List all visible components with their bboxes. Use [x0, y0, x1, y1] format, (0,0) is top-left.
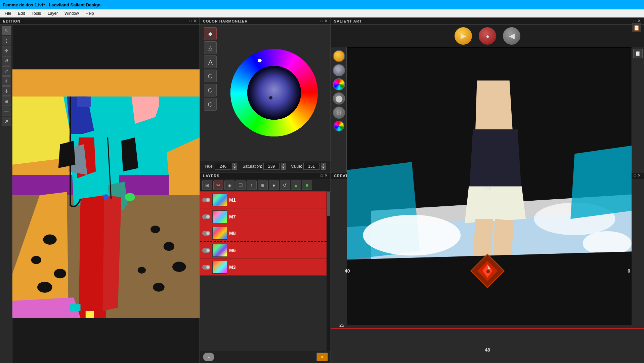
svg-marker-13 [79, 195, 106, 318]
layers-list: M1 M7 M8 [200, 192, 327, 351]
harmony-buttons: ◆ △ ⋀ ⬡ ⬡ ⬡ [203, 27, 218, 158]
svg-point-31 [172, 262, 186, 272]
val-down[interactable]: ▼ [321, 166, 326, 170]
layer-tool-effect[interactable]: ⊕ [258, 180, 268, 190]
layers-new-btn[interactable]: ⬥ [203, 353, 214, 361]
saturation-input[interactable] [263, 163, 280, 170]
layer-tool-blend[interactable]: ● [269, 180, 279, 190]
layer-name-m7: M7 [229, 214, 325, 219]
menu-file[interactable]: File [1, 10, 14, 16]
salient-stop-btn[interactable]: ⬥ [479, 27, 496, 45]
edition-controls[interactable]: □ ✕ [189, 19, 197, 23]
cc-diamond[interactable] [467, 251, 508, 291]
layers-delete-btn[interactable]: ■ [316, 353, 328, 361]
sat-up[interactable]: ▲ [281, 163, 286, 166]
val-up[interactable]: ▲ [321, 163, 326, 166]
layer-tool-add[interactable]: ⊞ [202, 180, 212, 190]
harmony-btn-1[interactable]: ◆ [204, 27, 217, 40]
value-input[interactable] [303, 163, 319, 170]
menu-edit[interactable]: Edit [14, 10, 28, 16]
artwork-canvas[interactable] [12, 25, 200, 363]
creative-controller-controls[interactable]: □ ✕ [634, 173, 641, 178]
layer-tool-merge[interactable]: ◈ [224, 180, 234, 190]
tool-arrow[interactable]: ↗ [2, 117, 11, 126]
layer-row-m3[interactable]: M3 [200, 259, 327, 276]
harmony-btn-5[interactable]: ⬡ [204, 84, 217, 96]
layers-header: Layers □ ✕ [200, 172, 331, 179]
layer-tool-up[interactable]: ↑ [247, 180, 257, 190]
tool-line[interactable]: — [2, 107, 11, 116]
layer-row-m6[interactable]: M6 [200, 242, 327, 259]
layer-tool-rotate[interactable]: ↺ [280, 180, 290, 190]
hue-spinners: ▲ ▼ [232, 163, 237, 170]
salient-color-tool[interactable] [333, 78, 345, 90]
cc-bottom-label: 48 [485, 347, 490, 353]
harmony-btn-4[interactable]: ⬡ [204, 70, 217, 82]
layers-controls[interactable]: □ ✕ [320, 173, 328, 178]
salient-file-btn[interactable]: 📋 [632, 23, 641, 32]
layer-visibility-m6[interactable] [202, 248, 210, 253]
salient-right-btn-1[interactable]: 📋 [633, 49, 643, 58]
layer-tool-copy[interactable]: ☐ [235, 180, 246, 190]
layer-row-m8[interactable]: M8 [200, 225, 327, 242]
hue-down[interactable]: ▼ [232, 166, 237, 170]
hue-label: Hue: [205, 164, 214, 169]
saturation-label: Saturation: [243, 164, 262, 169]
menu-tools[interactable]: Tools [28, 10, 44, 16]
svg-rect-24 [70, 304, 80, 311]
menu-bar: File Edit Tools Layer Window Help [0, 9, 644, 17]
canvas-area[interactable] [12, 25, 200, 363]
sat-down[interactable]: ▼ [281, 166, 286, 170]
layer-tool-add-green[interactable]: ■ [302, 180, 312, 190]
menu-layer[interactable]: Layer [44, 10, 61, 16]
salient-gray-tool[interactable]: ⬤ [333, 92, 345, 105]
layer-visibility-m1[interactable] [202, 198, 210, 202]
color-harmonizer-controls[interactable]: □ ✕ [320, 19, 328, 23]
harmony-btn-2[interactable]: △ [204, 41, 217, 54]
tool-warp[interactable]: ✳ [2, 76, 11, 86]
tool-scale[interactable]: ⤢ [2, 66, 11, 76]
hue-input[interactable] [215, 163, 231, 170]
hue-up[interactable]: ▲ [232, 163, 237, 166]
svg-point-20 [103, 194, 109, 200]
svg-point-26 [31, 256, 41, 264]
tool-grid[interactable]: ⊞ [2, 96, 11, 106]
layers-scrollbar[interactable] [327, 192, 331, 351]
layers-bottom-bar: ⬥ ■ [200, 351, 331, 363]
harmony-btn-6[interactable]: ⬡ [204, 98, 217, 111]
layer-tool-move-up[interactable]: ▲ [291, 180, 301, 190]
tool-lasso[interactable]: ⟨ [2, 36, 11, 45]
tool-transform[interactable]: ✛ [2, 86, 11, 96]
salient-play-btn[interactable]: ▶ [455, 27, 472, 45]
menu-window[interactable]: Window [61, 10, 82, 16]
edition-header: Edition □ ✕ [0, 18, 200, 25]
salient-rewind-btn[interactable]: ◀ [503, 27, 520, 45]
layer-name-m1: M1 [229, 197, 325, 203]
layer-name-m3: M3 [229, 265, 325, 270]
layer-visibility-m3[interactable] [202, 265, 210, 270]
layer-row-m1[interactable]: M1 [200, 192, 327, 208]
salient-gear-tool[interactable]: ⚙ [333, 107, 345, 119]
layers-title: Layers [203, 174, 220, 178]
layer-thumb-m3 [212, 261, 227, 274]
salient-colorwheel-tool[interactable] [334, 121, 344, 131]
salient-nav-tool[interactable]: ✛ [333, 64, 345, 76]
tool-select[interactable]: ↖ [2, 26, 11, 35]
salient-color-dot[interactable] [333, 50, 345, 62]
salient-top-buttons: ▶ ⬥ ◀ 📋 [331, 25, 644, 47]
tool-move[interactable]: ✛ [2, 46, 11, 55]
edition-panel: Edition □ ✕ ↖ ⟨ ✛ ↺ ⤢ ✳ ✛ ⊞ — ↗ [0, 17, 200, 363]
layer-row-m7[interactable]: M7 [200, 208, 327, 225]
layer-tool-cut[interactable]: ✂ [213, 180, 223, 190]
layer-visibility-m8[interactable] [202, 231, 210, 236]
layer-visibility-m7[interactable] [202, 214, 210, 219]
svg-point-25 [43, 235, 57, 245]
top-row: Color Harmonizer □ ✕ ◆ △ ⋀ ⬡ ⬡ ⬡ [200, 17, 644, 172]
tool-rotate[interactable]: ↺ [2, 56, 11, 66]
menu-help[interactable]: Help [82, 10, 97, 16]
color-wheel[interactable] [229, 47, 319, 138]
layers-toolbar: ⊞ ✂ ◈ ☐ ↑ ⊕ ● ↺ ▲ ■ [200, 179, 331, 192]
harmony-btn-3[interactable]: ⋀ [204, 55, 217, 68]
layers-scrollbar-thumb[interactable] [327, 192, 330, 216]
salient-art-panel: Salient Art □ ✕ ▶ ⬥ ◀ 📋 ✛ [331, 17, 644, 172]
